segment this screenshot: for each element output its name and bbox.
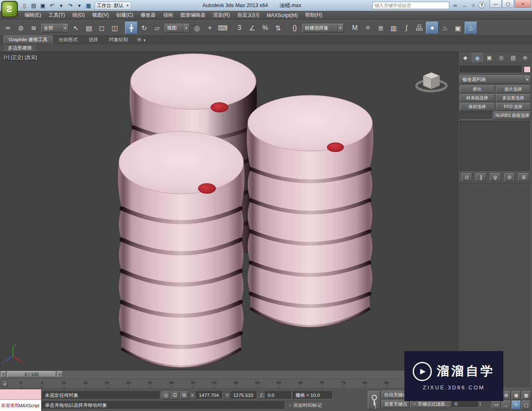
maxscript-mini-listener[interactable]: 欢迎使用 MAXScript (0, 389, 42, 411)
viewport-menu-label[interactable]: [+] (4, 54, 9, 61)
mini-curve-editor-button[interactable]: ⊿ (1, 380, 8, 387)
rendered-frame-window-button[interactable]: ▣ (452, 22, 464, 34)
menu-views[interactable]: 视图(V) (89, 11, 113, 20)
modifier-stack-list[interactable] (460, 121, 531, 172)
edit-selection-sets-button[interactable]: {} (288, 22, 301, 34)
object-name-field[interactable] (460, 66, 522, 73)
isolate-selection-toggle[interactable]: ◎ (162, 391, 170, 399)
graphite-toggle-button[interactable]: ▥ (387, 22, 400, 34)
ribbon-tab-freeform[interactable]: 自由形式 (54, 36, 83, 44)
project-folder-button[interactable]: ▦ (84, 1, 93, 10)
keyboard-override-button[interactable]: ⌨ (217, 22, 229, 34)
maximize-button[interactable]: ▢ (502, 0, 514, 8)
select-and-rotate-button[interactable]: ↻ (138, 22, 150, 34)
remove-modifier-button[interactable]: ⊘ (504, 173, 515, 181)
extrude-button[interactable]: 挤出 (460, 85, 495, 93)
selection-lock-toggle[interactable]: Ω (171, 391, 179, 399)
ffd-select-button[interactable]: FFD 选择 (496, 103, 531, 111)
render-production-button[interactable]: ♨ (465, 22, 477, 34)
mirror-button[interactable]: M (349, 22, 361, 34)
menu-help[interactable]: 帮助(H) (301, 11, 326, 20)
menu-rendering[interactable]: 渲染(R) (209, 11, 234, 20)
bind-to-space-warp-button[interactable]: ≋ (27, 22, 40, 34)
new-scene-button[interactable]: ▯ (20, 1, 29, 10)
oil-barrel-right[interactable] (247, 95, 374, 327)
set-key-mode-button[interactable] (368, 391, 380, 409)
poly-select-button[interactable]: 多边形选择 (496, 94, 531, 102)
layer-manager-button[interactable]: ≣ (374, 22, 387, 34)
z-coordinate-field[interactable]: 0.0 (265, 391, 292, 399)
zoom-extents-button[interactable]: ▣ (512, 391, 521, 400)
render-setup-button[interactable]: ♨ (439, 22, 451, 34)
undo-button[interactable]: ↶ (47, 1, 57, 10)
close-button[interactable]: × (515, 0, 531, 8)
tab-display[interactable]: ▤ (507, 53, 519, 62)
volume-select-button[interactable]: 体积选择 (460, 103, 495, 111)
align-button[interactable]: ≡ (362, 22, 374, 34)
macro-recorder-pane[interactable] (0, 389, 41, 400)
key-filters-button[interactable]: ✓ 关键点过滤器... (410, 400, 451, 408)
make-unique-button[interactable]: ψ (490, 173, 501, 181)
maximize-viewport-button[interactable]: ▢ (522, 401, 531, 409)
set-key-button[interactable]: 设置关键点 (382, 400, 409, 408)
search-input[interactable] (372, 2, 449, 9)
select-and-scale-button[interactable]: ▱ (151, 22, 163, 34)
ribbon-tab-object-paint[interactable]: 对象绘制 (104, 36, 133, 44)
open-file-button[interactable]: ▤ (29, 1, 38, 10)
sign-in-icon[interactable]: → (460, 2, 468, 9)
select-and-link-button[interactable]: ∞ (2, 22, 14, 34)
absolute-offset-toggle[interactable]: ⊞ (180, 391, 188, 399)
reference-coordinate-dropdown[interactable]: 视图▼ (165, 24, 190, 32)
menu-animation[interactable]: 动画 (159, 11, 177, 20)
rectangular-selection-button[interactable]: ◻ (96, 22, 108, 34)
menu-tools[interactable]: 工具(T) (45, 11, 69, 20)
pan-button[interactable]: ↔ (502, 401, 511, 409)
menu-create[interactable]: 创建(C) (113, 11, 137, 20)
viewcube[interactable] (416, 72, 446, 91)
add-time-tag[interactable]: ○ 添加时间标记 (289, 402, 322, 409)
ribbon-tab-graphite[interactable]: Graphite 建模工具 (3, 35, 53, 44)
redo-history-dropdown[interactable]: ▾ (75, 1, 84, 10)
viewport-canvas[interactable]: [+] [正交] [真实] (0, 52, 458, 370)
tab-create[interactable]: ◆ (460, 53, 471, 62)
fov-button[interactable]: ▭ (492, 401, 501, 409)
search-icon[interactable]: ∞ (451, 2, 459, 9)
select-object-button[interactable]: ↖ (70, 22, 82, 34)
workspace-dropdown[interactable]: 工作台: 默认 ▼ (95, 2, 131, 10)
schematic-view-button[interactable]: 品 (413, 22, 426, 34)
use-pivot-center-button[interactable]: ◎ (191, 22, 203, 34)
help-icon[interactable]: ? (478, 2, 485, 8)
tab-utilities[interactable]: ⊕ (520, 53, 531, 62)
viewport-view-label[interactable]: [正交] (11, 54, 23, 61)
polygon-modeling-panel[interactable]: 多边形建模 (3, 44, 37, 52)
select-by-name-button[interactable]: ▤ (83, 22, 95, 34)
named-selection-dropdown[interactable]: 创建选择集▼ (302, 24, 344, 32)
angle-snap-button[interactable]: ∠ (246, 22, 259, 34)
nurbs-surface-select-button[interactable]: NURBS 曲面选择 (494, 111, 531, 119)
ribbon-minimize-toggle[interactable]: ▾▾ (136, 37, 145, 44)
undo-history-dropdown[interactable]: ▾ (57, 1, 66, 10)
listener-pane[interactable]: 欢迎使用 MAXScript (0, 400, 41, 411)
selection-filter-dropdown[interactable]: 全部▼ (41, 24, 69, 32)
y-coordinate-field[interactable]: 1275.533 (231, 391, 257, 399)
menu-customize[interactable]: 自定义(U) (234, 11, 263, 20)
unlink-selection-button[interactable]: ⊘ (15, 22, 27, 34)
object-color-swatch[interactable] (524, 66, 531, 73)
snaps-toggle-button[interactable]: 3 (233, 22, 246, 34)
spinner-snap-button[interactable]: ⇅ (272, 22, 284, 34)
redo-button[interactable]: ↷ (66, 1, 75, 10)
app-logo-icon[interactable]: S (1, 1, 18, 17)
x-coordinate-field[interactable]: 1477.704 (196, 391, 223, 399)
material-editor-button[interactable]: ● (426, 22, 438, 34)
configure-modifier-sets-button[interactable]: ≣ (518, 173, 529, 181)
zoom-extents-all-button[interactable]: ▦ (522, 391, 531, 400)
favorites-star-icon[interactable]: ☆ (469, 2, 478, 9)
menu-modifiers[interactable]: 修改器 (137, 11, 159, 20)
show-end-result-button[interactable]: ∥ (475, 173, 486, 181)
time-slider-prev-button[interactable]: < (1, 371, 6, 377)
minimize-button[interactable]: — (490, 0, 502, 8)
time-slider-track[interactable] (63, 372, 457, 376)
select-and-manipulate-button[interactable]: ⌖ (204, 22, 216, 34)
spline-select-button[interactable]: 样条线选择 (460, 94, 495, 102)
tab-motion[interactable]: ◎ (495, 53, 507, 62)
